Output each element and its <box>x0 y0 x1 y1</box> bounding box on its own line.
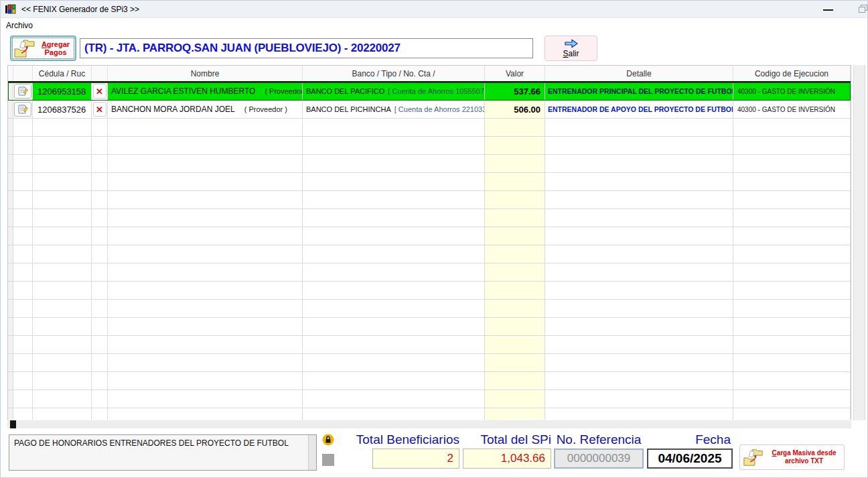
empty-cell <box>303 137 485 154</box>
grid-row-empty <box>8 119 851 137</box>
empty-cell <box>485 137 545 154</box>
agregar-pagos-button[interactable]: AgregarPagos <box>10 36 76 61</box>
empty-cell <box>92 119 108 136</box>
delete-row-button[interactable]: ✕ <box>93 102 106 117</box>
empty-cell <box>485 300 545 317</box>
empty-cell <box>33 390 92 408</box>
empty-cell <box>92 282 108 299</box>
empty-cell <box>8 191 13 208</box>
cell-valor: 506.00 <box>485 101 545 118</box>
cell-detalle: ENTRENADOR PRINCIPAL DEL PROYECTO DE FUT… <box>545 82 733 100</box>
empty-cell <box>545 155 733 172</box>
grid-row-empty <box>8 372 851 390</box>
empty-cell <box>733 137 851 154</box>
gray-indicator-square <box>322 454 334 466</box>
empty-cell <box>733 336 851 353</box>
empty-cell <box>545 227 733 245</box>
empty-cell <box>303 372 485 390</box>
empty-cell <box>92 390 108 408</box>
empty-cell <box>92 336 108 353</box>
column-header-blank[interactable] <box>92 66 108 81</box>
cell-cedula: 1206837526 <box>33 101 92 118</box>
descripcion-scrollbar[interactable] <box>308 435 316 470</box>
empty-cell <box>8 263 13 281</box>
entity-field[interactable]: (TR) - JTA. PARROQ.SAN JUAN (PUEBLOVIEJO… <box>80 38 533 58</box>
empty-cell <box>33 173 92 190</box>
empty-cell <box>8 408 13 420</box>
column-header-detalle[interactable]: Detalle <box>545 66 733 81</box>
empty-cell <box>33 155 92 172</box>
grid-row-empty <box>8 354 851 372</box>
empty-cell <box>545 191 733 208</box>
empty-cell <box>13 155 33 172</box>
scrollbar-thumb[interactable] <box>10 420 16 428</box>
grid-row-empty <box>8 173 851 191</box>
empty-cell <box>108 372 303 390</box>
minimize-button[interactable] <box>823 9 833 11</box>
empty-cell <box>8 354 13 371</box>
empty-cell <box>8 300 13 317</box>
empty-cell <box>108 390 303 408</box>
empty-cell <box>13 282 33 299</box>
empty-cell <box>33 300 92 317</box>
column-header-blank[interactable] <box>8 66 13 81</box>
edit-row-button[interactable] <box>14 84 31 99</box>
empty-cell <box>13 227 33 245</box>
empty-cell <box>8 227 13 245</box>
empty-cell <box>92 209 108 227</box>
empty-cell <box>92 227 108 245</box>
grid-vertical-scrollbar[interactable] <box>853 65 865 420</box>
empty-cell <box>33 191 92 208</box>
empty-cell <box>13 263 33 281</box>
salir-button[interactable]: Salir <box>545 36 597 61</box>
empty-cell <box>13 209 33 227</box>
grid-row[interactable]: 1206837526✕BANCHON MORA JORDAN JOEL( Pro… <box>8 101 851 119</box>
empty-cell <box>303 354 485 371</box>
empty-cell <box>13 372 33 390</box>
nombre-text: AVILEZ GARCIA ESTIVEN HUMBERTO <box>111 86 255 96</box>
column-header-codigo[interactable]: Codigo de Ejecucion <box>733 66 851 81</box>
maximize-restore-button[interactable] <box>859 5 868 13</box>
lock-icon[interactable] <box>322 434 334 446</box>
column-header-valor[interactable]: Valor <box>485 66 545 81</box>
menu-archivo[interactable]: Archivo <box>1 19 38 32</box>
descripcion-textarea[interactable]: PAGO DE HONORARIOS ENTRENADORES DEL PROY… <box>9 434 317 471</box>
empty-cell <box>545 372 733 390</box>
empty-cell <box>92 354 108 371</box>
column-header-blank[interactable] <box>13 66 33 81</box>
cell-banco: BANCO DEL PICHINCHA[ Cuenta de Ahorros 2… <box>303 101 485 118</box>
empty-cell <box>108 173 303 190</box>
carga-masiva-label: Carga Masiva desdearchivo TXT <box>764 449 844 465</box>
column-header-banco[interactable]: Banco / Tipo / No. Cta / <box>303 66 485 81</box>
empty-cell <box>485 390 545 408</box>
edit-row-button[interactable] <box>14 102 31 117</box>
app-window: << FENIX Generador de SPi3 >> Archivo Ag… <box>0 0 868 478</box>
cell-nombre: BANCHON MORA JORDAN JOEL( Proveedor ) <box>108 101 303 118</box>
row-indicator <box>8 82 13 100</box>
empty-cell <box>13 173 33 190</box>
empty-cell <box>303 191 485 208</box>
carga-masiva-button[interactable]: Carga Masiva desdearchivo TXT <box>739 444 845 470</box>
empty-cell <box>8 390 13 408</box>
empty-cell <box>303 408 485 420</box>
empty-cell <box>92 173 108 190</box>
column-header-nombre[interactable]: Nombre <box>108 66 303 81</box>
grid-row-empty <box>8 263 851 282</box>
cell-valor: 537.66 <box>485 82 545 100</box>
banco-text: BANCO DEL PACIFICO <box>306 87 384 95</box>
salir-label: Salir <box>563 49 579 58</box>
delete-row-button[interactable]: ✕ <box>93 84 106 99</box>
empty-cell <box>545 390 733 408</box>
empty-cell <box>92 372 108 390</box>
empty-cell <box>92 137 108 154</box>
grid-horizontal-scrollbar[interactable] <box>7 420 851 428</box>
fecha-value[interactable]: 04/06/2025 <box>647 449 733 469</box>
grid-row[interactable]: 1206953158✕AVILEZ GARCIA ESTIVEN HUMBERT… <box>8 82 851 101</box>
empty-cell <box>485 173 545 190</box>
column-header-cedula[interactable]: Cédula / Ruc <box>33 66 92 81</box>
empty-cell <box>485 245 545 263</box>
grid-row-empty <box>8 336 851 354</box>
empty-cell <box>303 390 485 408</box>
grid-row-empty <box>8 408 851 420</box>
empty-cell <box>485 408 545 420</box>
